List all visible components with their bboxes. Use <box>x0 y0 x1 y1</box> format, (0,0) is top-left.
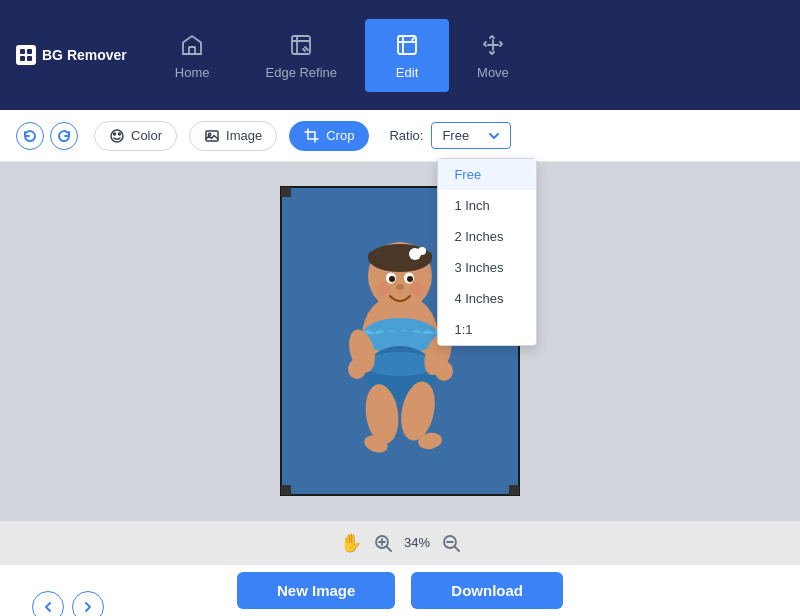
ratio-select-button[interactable]: Free <box>431 122 511 149</box>
color-label: Color <box>131 128 162 143</box>
svg-rect-4 <box>189 47 195 54</box>
new-image-button[interactable]: New Image <box>237 572 395 609</box>
svg-rect-5 <box>292 36 310 54</box>
crop-button[interactable]: Crop <box>289 121 369 151</box>
ratio-option-free[interactable]: Free <box>438 159 536 190</box>
ratio-dropdown: Free 1 Inch 2 Inches 3 Inches 4 Inches 1… <box>437 158 537 346</box>
header: BG Remover Home Edge Refine <box>0 0 800 110</box>
hand-tool-icon[interactable]: ✋ <box>340 532 362 554</box>
svg-point-27 <box>410 282 424 296</box>
ratio-selected-value: Free <box>442 128 469 143</box>
svg-point-24 <box>407 276 413 282</box>
next-button[interactable] <box>72 591 104 617</box>
zoom-bar: ✋ 34% <box>0 520 800 564</box>
svg-point-25 <box>396 284 404 290</box>
svg-line-41 <box>387 547 391 551</box>
ratio-option-4inches[interactable]: 4 Inches <box>438 283 536 314</box>
color-button[interactable]: Color <box>94 121 177 151</box>
svg-rect-12 <box>206 131 218 141</box>
svg-point-33 <box>348 359 366 379</box>
nav-item-move[interactable]: Move <box>449 19 537 92</box>
edit-icon <box>393 31 421 59</box>
image-button[interactable]: Image <box>189 121 277 151</box>
download-button[interactable]: Download <box>411 572 563 609</box>
ratio-option-2inches[interactable]: 2 Inches <box>438 221 536 252</box>
ratio-label: Ratio: <box>389 128 423 143</box>
svg-rect-2 <box>20 56 25 61</box>
toolbar: Color Image Crop Ratio: Free Free 1 Inch <box>0 110 800 162</box>
zoom-out-button[interactable] <box>442 534 460 552</box>
svg-point-20 <box>418 247 426 255</box>
crop-label: Crop <box>326 128 354 143</box>
svg-point-23 <box>389 276 395 282</box>
move-icon <box>479 31 507 59</box>
undo-button[interactable] <box>16 122 44 150</box>
image-label: Image <box>226 128 262 143</box>
bottom-bar: New Image Download <box>0 564 800 616</box>
ratio-option-3inches[interactable]: 3 Inches <box>438 252 536 283</box>
nav-item-home[interactable]: Home <box>147 19 238 92</box>
zoom-in-button[interactable] <box>374 534 392 552</box>
prev-button[interactable] <box>32 591 64 617</box>
logo-icon <box>16 45 36 65</box>
ratio-option-1-1[interactable]: 1:1 <box>438 314 536 345</box>
svg-rect-0 <box>20 49 25 54</box>
canvas-area <box>0 162 800 520</box>
svg-rect-1 <box>27 49 32 54</box>
nav-edge-refine-label: Edge Refine <box>266 65 338 80</box>
app-title: BG Remover <box>42 47 127 63</box>
main-nav: Home Edge Refine <box>147 19 784 92</box>
nav-item-edge-refine[interactable]: Edge Refine <box>238 19 366 92</box>
nav-edit-label: Edit <box>396 65 418 80</box>
svg-point-10 <box>114 133 116 135</box>
svg-point-9 <box>111 130 123 142</box>
svg-point-11 <box>119 133 121 135</box>
nav-move-label: Move <box>477 65 509 80</box>
redo-button[interactable] <box>50 122 78 150</box>
zoom-level: 34% <box>404 535 430 550</box>
svg-point-26 <box>376 282 390 296</box>
ratio-option-1inch[interactable]: 1 Inch <box>438 190 536 221</box>
ratio-area: Ratio: Free Free 1 Inch 2 Inches 3 Inche… <box>389 122 511 149</box>
edge-refine-icon <box>287 31 315 59</box>
svg-line-45 <box>455 547 459 551</box>
home-icon <box>178 31 206 59</box>
nav-item-edit[interactable]: Edit <box>365 19 449 92</box>
svg-point-35 <box>435 361 453 381</box>
app-logo: BG Remover <box>16 45 127 65</box>
history-arrows <box>16 122 78 150</box>
svg-rect-3 <box>27 56 32 61</box>
nav-home-label: Home <box>175 65 210 80</box>
